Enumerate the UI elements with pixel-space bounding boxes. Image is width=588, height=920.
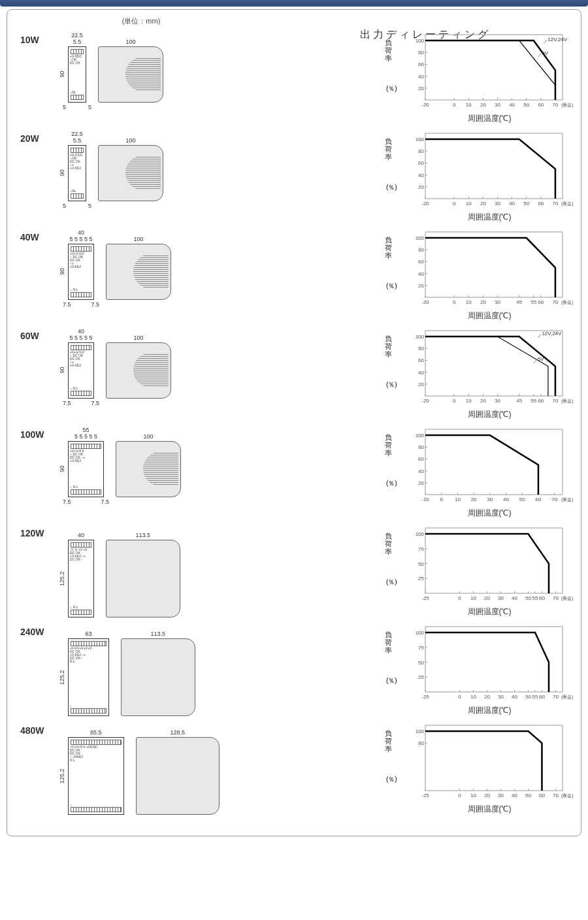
product-row: 10W+V-VDC○OKDC OK⏚NL22.55.59055100負荷率(％)… <box>20 33 568 124</box>
svg-text:10: 10 <box>466 201 472 206</box>
dimension-drawings: +V+V-V-V○ DC OKDC OK ○++V ADJ⏚ N L555 5 … <box>56 428 252 497</box>
product-row: 60W+V+V-V-V○ DC OKDC OK○++V ADJ⏚ N L405 … <box>20 329 568 420</box>
dim-margin-left: 7.5 <box>63 499 71 505</box>
svg-text:60: 60 <box>538 201 544 206</box>
svg-text:40: 40 <box>418 74 424 80</box>
svg-text:30: 30 <box>498 694 504 700</box>
front-text-line: ⏚ N L <box>70 485 102 489</box>
svg-rect-0 <box>425 35 563 100</box>
side-view: 100 <box>98 46 163 103</box>
front-view: +V+V-V-V○ DC OKDC OK ○++V ADJ⏚ N L555 5 … <box>68 441 104 497</box>
side-view: 100 <box>106 244 171 300</box>
content-frame: (単位：mm) 出力ディレーティング 10W+V-VDC○OKDC OK⏚NL2… <box>7 9 581 836</box>
svg-text:20: 20 <box>480 398 486 404</box>
svg-text:100: 100 <box>416 630 425 636</box>
dim-height: 90 <box>59 342 65 399</box>
svg-text:100: 100 <box>416 729 425 734</box>
dimension-drawings: +V-VDC○OKDC OK⏚NL22.55.59055100 <box>56 33 252 103</box>
dim-width: 63 <box>68 631 109 637</box>
dim-width-inner: 5 5 5 5 5 <box>68 236 94 242</box>
svg-text:60: 60 <box>539 595 545 601</box>
svg-text:0: 0 <box>458 595 461 601</box>
svg-text:30: 30 <box>495 201 500 206</box>
svg-text:40: 40 <box>418 370 424 376</box>
svg-rect-128 <box>425 429 563 495</box>
svg-text:55: 55 <box>531 299 536 305</box>
derating-chart: 負荷率(％)20406080100-20010203040506070(垂直)周… <box>385 132 568 223</box>
svg-line-33 <box>538 54 541 58</box>
svg-text:40: 40 <box>418 468 424 474</box>
model-label: 10W <box>20 33 56 45</box>
chart-ylabel-pct: (％) <box>386 183 397 192</box>
top-bar <box>0 0 588 7</box>
side-view: 100 <box>116 441 181 497</box>
svg-text:40: 40 <box>509 102 515 108</box>
svg-text:25: 25 <box>418 576 424 582</box>
svg-line-125 <box>538 334 541 338</box>
derating-plot: 20406080100-20010203040506070(垂直) <box>411 132 563 210</box>
svg-text:60: 60 <box>418 61 424 67</box>
front-text-line: N L <box>70 660 107 663</box>
svg-text:60: 60 <box>538 102 544 108</box>
svg-text:50: 50 <box>418 561 424 567</box>
svg-text:20: 20 <box>480 201 486 206</box>
svg-text:(垂直): (垂直) <box>561 497 574 502</box>
derating-plot: 255075100-2501020304050556070(垂直) <box>411 625 563 704</box>
model-label: 100W <box>20 428 56 440</box>
svg-text:-20: -20 <box>421 299 429 305</box>
svg-text:30: 30 <box>487 497 493 502</box>
derating-plot: 20406080100-20010203045556070(垂直) <box>411 231 563 309</box>
model-label: 120W <box>20 527 56 538</box>
dim-margin-right: 7.5 <box>91 400 99 406</box>
svg-text:75: 75 <box>418 645 424 651</box>
dim-height: 90 <box>59 145 65 201</box>
svg-text:100: 100 <box>416 38 425 44</box>
svg-text:20: 20 <box>484 793 490 798</box>
svg-text:-20: -20 <box>421 102 429 108</box>
front-text-line: ⏚NL <box>70 91 84 94</box>
model-label: 240W <box>20 625 56 637</box>
dim-width: 40 <box>68 532 94 538</box>
svg-text:60: 60 <box>418 456 424 462</box>
svg-text:100: 100 <box>416 531 425 537</box>
derating-plot: 20406080100-10010203040506070(垂直) <box>411 428 563 506</box>
svg-text:60: 60 <box>418 357 424 363</box>
svg-text:70: 70 <box>553 595 559 601</box>
side-view: 100 <box>106 342 171 399</box>
svg-text:55: 55 <box>532 694 538 700</box>
dimension-drawings: -V -V +V +VDC OK+V ADJ ○+DC OK○⏚ N L4012… <box>56 527 252 617</box>
svg-text:20: 20 <box>418 283 424 289</box>
svg-text:(垂直): (垂直) <box>561 300 574 305</box>
front-text-line: +V ADJ <box>70 265 92 269</box>
svg-text:55: 55 <box>531 398 536 404</box>
svg-rect-158 <box>425 528 563 593</box>
dim-depth: 128.5 <box>136 729 220 736</box>
dim-margin-right: 5 <box>88 203 91 209</box>
derating-chart: 負荷率(％)255075100-2501020304050556070(垂直)周… <box>385 527 568 617</box>
chart-xlabel: 周囲温度(℃) <box>411 409 568 420</box>
svg-text:70: 70 <box>553 694 559 700</box>
front-view: -V -V +V +VDC OK+V ADJ ○+DC OK○⏚ N L4012… <box>68 540 94 617</box>
svg-text:0: 0 <box>453 201 456 206</box>
svg-line-31 <box>544 40 547 44</box>
dim-height: 125.2 <box>59 540 65 617</box>
dim-margin-right: 5 <box>88 104 91 110</box>
dim-depth: 100 <box>98 137 163 144</box>
dim-width: 55 <box>68 427 104 433</box>
svg-text:75: 75 <box>418 546 424 552</box>
side-view: 113.5 <box>121 638 195 716</box>
svg-text:50: 50 <box>525 793 531 798</box>
dim-width: 40 <box>68 328 94 335</box>
product-row: 20W+V-V DC○OKDC OK○++V ADJ⏚NL22.55.59055… <box>20 132 568 223</box>
svg-text:70: 70 <box>551 497 557 502</box>
dim-margin-left: 7.5 <box>63 301 71 308</box>
derating-plot: 20406080100-20010203045556070(垂直)12V,24V… <box>411 329 563 408</box>
svg-text:80: 80 <box>418 148 424 154</box>
svg-text:50: 50 <box>525 694 531 700</box>
dim-depth: 100 <box>98 39 163 45</box>
svg-text:-25: -25 <box>421 793 429 798</box>
dim-margin-left: 5 <box>63 203 66 209</box>
svg-text:80: 80 <box>418 247 424 253</box>
product-row: 40W+V+V-V-V○ DC OKDC OK○++V ADJ⏚ N L405 … <box>20 231 568 321</box>
dim-margin-right: 7.5 <box>101 499 109 505</box>
